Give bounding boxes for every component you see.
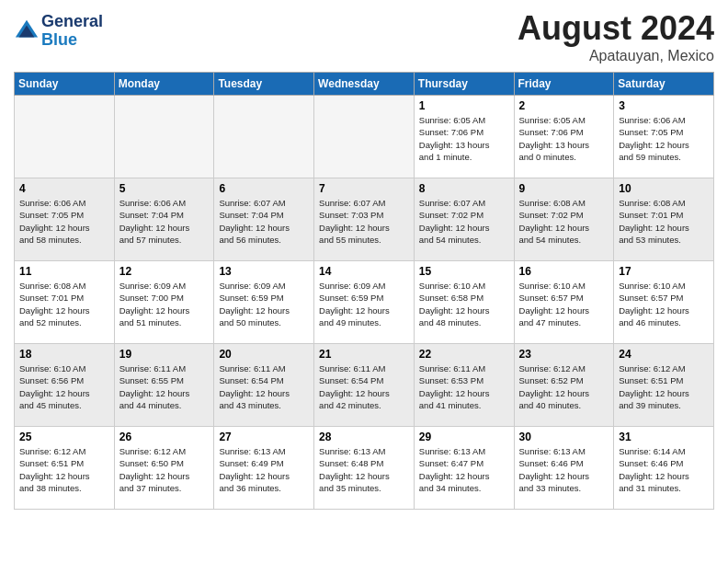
day-number: 13 [219,265,309,278]
day-info: Sunrise: 6:10 AMSunset: 6:57 PMDaylight:… [519,280,609,328]
day-info: Sunrise: 6:08 AMSunset: 7:02 PMDaylight:… [519,197,609,246]
calendar-cell: 30Sunrise: 6:13 AMSunset: 6:46 PMDayligh… [514,427,614,510]
calendar-cell: 28Sunrise: 6:13 AMSunset: 6:48 PMDayligh… [314,427,415,510]
location: Apatauyan, Mexico [518,48,714,64]
calendar-cell: 26Sunrise: 6:12 AMSunset: 6:50 PMDayligh… [114,427,214,510]
day-number: 23 [519,348,609,361]
day-info: Sunrise: 6:09 AMSunset: 6:59 PMDaylight:… [219,280,309,328]
calendar-cell: 8Sunrise: 6:07 AMSunset: 7:02 PMDaylight… [414,178,514,261]
calendar-cell: 14Sunrise: 6:09 AMSunset: 6:59 PMDayligh… [314,261,415,344]
day-number: 8 [419,182,509,195]
logo: General Blue [14,13,103,50]
day-number: 3 [619,99,709,112]
calendar-cell: 7Sunrise: 6:07 AMSunset: 7:03 PMDaylight… [314,178,415,261]
calendar-cell: 17Sunrise: 6:10 AMSunset: 6:57 PMDayligh… [614,261,714,344]
day-info: Sunrise: 6:08 AMSunset: 7:01 PMDaylight:… [19,280,109,328]
day-info: Sunrise: 6:08 AMSunset: 7:01 PMDaylight:… [619,197,709,246]
day-number: 22 [419,348,509,361]
day-info: Sunrise: 6:11 AMSunset: 6:55 PMDaylight:… [119,362,210,411]
calendar-week-row: 4Sunrise: 6:06 AMSunset: 7:05 PMDaylight… [15,178,714,261]
day-number: 14 [319,265,409,278]
day-number: 17 [619,265,709,278]
calendar-cell: 31Sunrise: 6:14 AMSunset: 6:46 PMDayligh… [614,427,714,510]
day-info: Sunrise: 6:12 AMSunset: 6:51 PMDaylight:… [19,445,109,494]
day-info: Sunrise: 6:06 AMSunset: 7:04 PMDaylight:… [119,197,210,246]
calendar-cell [15,96,115,178]
calendar-cell: 3Sunrise: 6:06 AMSunset: 7:05 PMDaylight… [614,96,714,178]
calendar-cell: 19Sunrise: 6:11 AMSunset: 6:55 PMDayligh… [114,344,214,427]
page-header: General Blue August 2024 Apatauyan, Mexi… [14,9,714,64]
calendar-cell [314,96,415,178]
day-number: 24 [619,348,709,361]
day-info: Sunrise: 6:07 AMSunset: 7:02 PMDaylight:… [419,197,509,246]
day-info: Sunrise: 6:09 AMSunset: 6:59 PMDaylight:… [319,280,409,328]
weekday-header-wednesday: Wednesday [314,73,415,96]
day-info: Sunrise: 6:10 AMSunset: 6:57 PMDaylight:… [619,280,709,328]
calendar-cell: 16Sunrise: 6:10 AMSunset: 6:57 PMDayligh… [514,261,614,344]
title-block: August 2024 Apatauyan, Mexico [518,9,714,64]
day-number: 10 [619,182,709,195]
calendar-cell: 29Sunrise: 6:13 AMSunset: 6:47 PMDayligh… [414,427,514,510]
calendar-cell: 10Sunrise: 6:08 AMSunset: 7:01 PMDayligh… [614,178,714,261]
weekday-header-friday: Friday [514,73,614,96]
day-number: 5 [119,182,210,195]
day-info: Sunrise: 6:12 AMSunset: 6:52 PMDaylight:… [519,362,609,411]
day-number: 30 [519,431,609,443]
calendar-week-row: 25Sunrise: 6:12 AMSunset: 6:51 PMDayligh… [15,427,714,510]
day-number: 7 [319,182,409,195]
day-info: Sunrise: 6:10 AMSunset: 6:56 PMDaylight:… [19,362,109,411]
calendar-cell: 23Sunrise: 6:12 AMSunset: 6:52 PMDayligh… [514,344,614,427]
calendar-cell: 24Sunrise: 6:12 AMSunset: 6:51 PMDayligh… [614,344,714,427]
day-number: 31 [619,431,709,443]
day-info: Sunrise: 6:13 AMSunset: 6:48 PMDaylight:… [319,445,409,494]
day-number: 21 [319,348,409,361]
calendar-cell: 9Sunrise: 6:08 AMSunset: 7:02 PMDaylight… [514,178,614,261]
weekday-header-thursday: Thursday [414,73,514,96]
calendar-cell: 27Sunrise: 6:13 AMSunset: 6:49 PMDayligh… [214,427,314,510]
calendar-cell [114,96,214,178]
calendar-cell: 18Sunrise: 6:10 AMSunset: 6:56 PMDayligh… [15,344,115,427]
calendar-cell: 15Sunrise: 6:10 AMSunset: 6:58 PMDayligh… [414,261,514,344]
day-number: 19 [119,348,210,361]
calendar-table: SundayMondayTuesdayWednesdayThursdayFrid… [14,72,714,510]
calendar-cell: 13Sunrise: 6:09 AMSunset: 6:59 PMDayligh… [214,261,314,344]
day-info: Sunrise: 6:11 AMSunset: 6:54 PMDaylight:… [219,362,309,411]
day-info: Sunrise: 6:06 AMSunset: 7:05 PMDaylight:… [19,197,109,246]
day-info: Sunrise: 6:13 AMSunset: 6:47 PMDaylight:… [419,445,509,494]
day-number: 1 [419,99,509,112]
calendar-cell: 12Sunrise: 6:09 AMSunset: 7:00 PMDayligh… [114,261,214,344]
calendar-cell: 2Sunrise: 6:05 AMSunset: 7:06 PMDaylight… [514,96,614,178]
weekday-header-row: SundayMondayTuesdayWednesdayThursdayFrid… [15,73,714,96]
calendar-cell: 6Sunrise: 6:07 AMSunset: 7:04 PMDaylight… [214,178,314,261]
calendar-week-row: 1Sunrise: 6:05 AMSunset: 7:06 PMDaylight… [15,96,714,178]
day-info: Sunrise: 6:09 AMSunset: 7:00 PMDaylight:… [119,280,210,328]
calendar-cell: 20Sunrise: 6:11 AMSunset: 6:54 PMDayligh… [214,344,314,427]
month-year: August 2024 [518,9,714,48]
logo-line1: General Blue [41,13,103,50]
calendar-cell: 5Sunrise: 6:06 AMSunset: 7:04 PMDaylight… [114,178,214,261]
day-info: Sunrise: 6:11 AMSunset: 6:53 PMDaylight:… [419,362,509,411]
day-number: 25 [19,431,109,443]
calendar-cell: 1Sunrise: 6:05 AMSunset: 7:06 PMDaylight… [414,96,514,178]
day-info: Sunrise: 6:14 AMSunset: 6:46 PMDaylight:… [619,445,709,494]
logo-icon [14,18,40,44]
day-number: 15 [419,265,509,278]
day-number: 12 [119,265,210,278]
day-number: 26 [119,431,210,443]
calendar-cell: 25Sunrise: 6:12 AMSunset: 6:51 PMDayligh… [15,427,115,510]
day-info: Sunrise: 6:11 AMSunset: 6:54 PMDaylight:… [319,362,409,411]
calendar-cell: 11Sunrise: 6:08 AMSunset: 7:01 PMDayligh… [15,261,115,344]
day-info: Sunrise: 6:07 AMSunset: 7:03 PMDaylight:… [319,197,409,246]
day-number: 9 [519,182,609,195]
day-number: 11 [19,265,109,278]
day-number: 20 [219,348,309,361]
day-number: 4 [19,182,109,195]
weekday-header-sunday: Sunday [15,73,115,96]
calendar-week-row: 11Sunrise: 6:08 AMSunset: 7:01 PMDayligh… [15,261,714,344]
day-number: 16 [519,265,609,278]
day-number: 28 [319,431,409,443]
calendar-cell [214,96,314,178]
day-info: Sunrise: 6:06 AMSunset: 7:05 PMDaylight:… [619,114,709,163]
calendar-cell: 21Sunrise: 6:11 AMSunset: 6:54 PMDayligh… [314,344,415,427]
day-info: Sunrise: 6:13 AMSunset: 6:46 PMDaylight:… [519,445,609,494]
